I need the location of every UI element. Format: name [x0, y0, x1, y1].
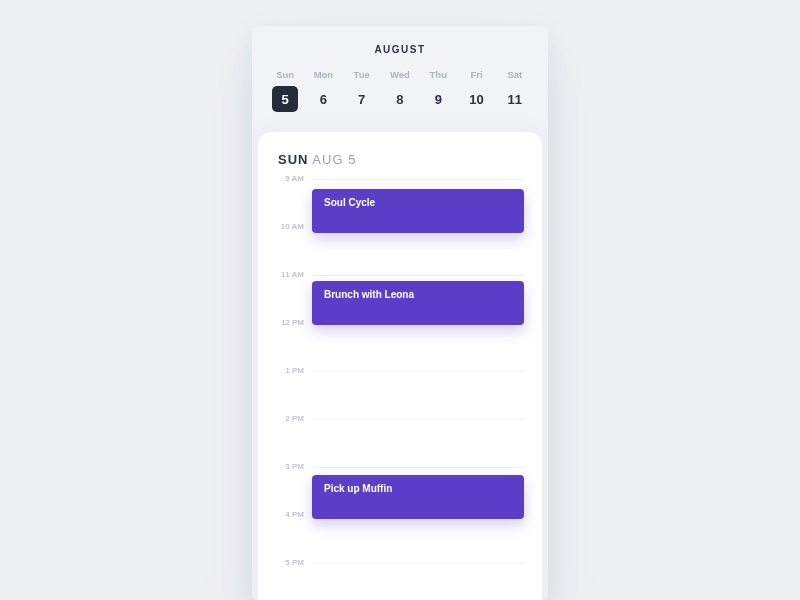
hour-row: 12 PM: [312, 323, 524, 371]
hour-gridline: [312, 371, 524, 372]
week-day-label: Thu: [430, 69, 447, 80]
hour-row: 1 PM: [312, 371, 524, 419]
hour-row: 10 AM: [312, 227, 524, 275]
calendar-event[interactable]: Pick up Muffin: [312, 475, 524, 519]
calendar-event[interactable]: Soul Cycle: [312, 189, 524, 233]
hour-row: 4 PM: [312, 515, 524, 563]
week-day-fri[interactable]: Fri10: [457, 69, 495, 112]
hour-gridline: [312, 563, 524, 564]
hour-gridline: [312, 275, 524, 276]
week-day-label: Fri: [470, 69, 482, 80]
hour-gridline: [312, 467, 524, 468]
week-day-mon[interactable]: Mon6: [304, 69, 342, 112]
calendar-app-frame: AUGUST Sun5Mon6Tue7Wed8Thu9Fri10Sat11 SU…: [252, 26, 548, 600]
week-day-number: 8: [387, 86, 413, 112]
week-selector-row: Sun5Mon6Tue7Wed8Thu9Fri10Sat11: [252, 69, 548, 132]
hour-label: 2 PM: [272, 414, 304, 423]
hour-row: 5 PM: [312, 563, 524, 600]
day-timeline[interactable]: 9 AM10 AM11 AM12 PM1 PM2 PM3 PM4 PM5 PMS…: [258, 179, 542, 600]
hour-gridline: [312, 179, 524, 180]
hour-row: 2 PM: [312, 419, 524, 467]
week-day-number: 7: [349, 86, 375, 112]
month-label: AUGUST: [252, 26, 548, 69]
week-day-number: 5: [272, 86, 298, 112]
day-view-dow: SUN: [278, 152, 308, 167]
week-day-label: Wed: [390, 69, 410, 80]
week-day-number: 11: [502, 86, 528, 112]
week-day-label: Tue: [354, 69, 370, 80]
week-day-wed[interactable]: Wed8: [381, 69, 419, 112]
hour-label: 10 AM: [272, 222, 304, 231]
day-view-card: SUN AUG 5 9 AM10 AM11 AM12 PM1 PM2 PM3 P…: [258, 132, 542, 600]
hour-label: 12 PM: [272, 318, 304, 327]
hour-label: 11 AM: [272, 270, 304, 279]
hour-gridline: [312, 419, 524, 420]
hour-label: 1 PM: [272, 366, 304, 375]
week-day-label: Sun: [276, 69, 294, 80]
week-day-label: Mon: [314, 69, 334, 80]
hour-label: 5 PM: [272, 558, 304, 567]
week-day-number: 10: [464, 86, 490, 112]
week-day-thu[interactable]: Thu9: [419, 69, 457, 112]
week-day-tue[interactable]: Tue7: [343, 69, 381, 112]
week-day-number: 6: [310, 86, 336, 112]
week-day-number: 9: [425, 86, 451, 112]
calendar-event[interactable]: Brunch with Leona: [312, 281, 524, 325]
week-day-sat[interactable]: Sat11: [496, 69, 534, 112]
week-day-label: Sat: [507, 69, 522, 80]
hour-label: 9 AM: [272, 174, 304, 183]
week-day-sun[interactable]: Sun5: [266, 69, 304, 112]
hour-label: 4 PM: [272, 510, 304, 519]
day-view-date: AUG 5: [312, 152, 356, 167]
hour-label: 3 PM: [272, 462, 304, 471]
